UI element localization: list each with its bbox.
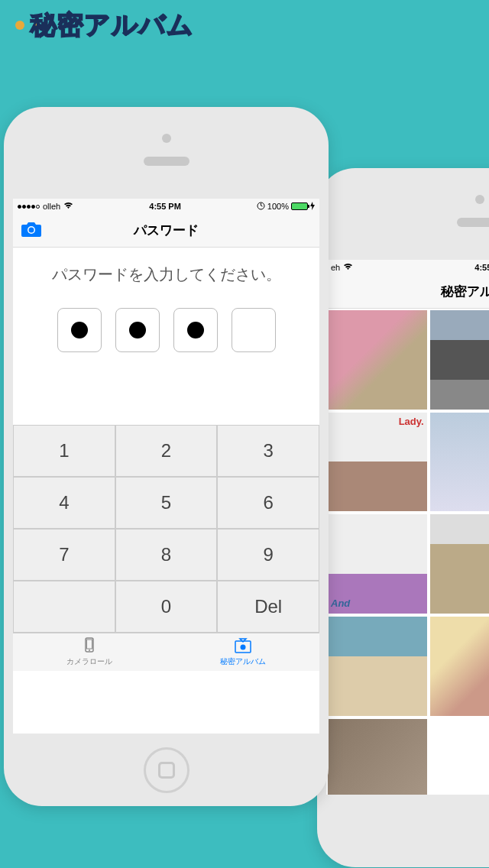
bullet-icon (15, 21, 24, 30)
phone-mockup-1: olleh 4:55 PM 100% パスワード (4, 107, 329, 806)
nav-bar: 秘密アルバム (326, 275, 489, 309)
status-bar: olleh 4:55 PM 100% (13, 199, 319, 214)
battery-icon (291, 202, 308, 210)
status-left: eh (331, 263, 353, 272)
password-digit-2 (115, 308, 160, 352)
photo-thumb[interactable] (430, 514, 489, 614)
phone-mockup-2: eh 4:55 PM 秘密アルバム Lady. And (317, 168, 489, 867)
key-blank (13, 581, 115, 633)
status-left: olleh (18, 202, 73, 211)
status-time: 4:55 PM (474, 263, 489, 272)
camera-button[interactable] (21, 221, 42, 241)
phone-speaker-icon (457, 218, 490, 227)
key-2[interactable]: 2 (115, 425, 218, 477)
key-9[interactable]: 9 (217, 529, 319, 581)
tab-label: 秘密アルバム (220, 656, 266, 667)
photo-thumb[interactable] (328, 719, 427, 795)
key-7[interactable]: 7 (13, 529, 115, 581)
nav-bar: パスワード (13, 214, 319, 248)
photo-thumb[interactable] (328, 310, 427, 410)
tab-cameraroll[interactable]: カメラロール (13, 633, 167, 671)
password-boxes (13, 308, 319, 383)
password-digit-3 (173, 308, 218, 352)
page-header: 秘密アルバム (15, 8, 194, 43)
phone-icon (79, 637, 99, 656)
phone-bottom (317, 795, 489, 867)
svg-rect-4 (87, 640, 92, 649)
key-3[interactable]: 3 (217, 425, 319, 477)
photo-thumb[interactable] (430, 310, 489, 410)
password-digit-4 (232, 308, 276, 352)
wifi-icon (63, 202, 73, 211)
thumb-label: Lady. (399, 416, 424, 427)
key-4[interactable]: 4 (13, 477, 115, 529)
status-time: 4:55 PM (149, 202, 181, 211)
tab-secret-album[interactable]: 秘密アルバム (167, 633, 320, 671)
svg-point-5 (89, 649, 90, 651)
photo-thumb[interactable]: Lady. (328, 413, 427, 512)
status-bar: eh 4:55 PM (326, 260, 489, 275)
photo-grid: Lady. And (326, 309, 489, 795)
photo-thumb[interactable] (328, 617, 427, 716)
password-digit-1 (57, 308, 102, 352)
phone-camera-icon (475, 195, 484, 204)
key-8[interactable]: 8 (115, 529, 218, 581)
phone-screen: eh 4:55 PM 秘密アルバム Lady. And (326, 260, 489, 795)
key-del[interactable]: Del (217, 581, 319, 633)
nav-title: 秘密アルバム (441, 283, 490, 300)
phone-top (4, 107, 329, 199)
signal-icon (18, 205, 40, 209)
nav-title: パスワード (134, 222, 199, 239)
rotation-lock-icon (257, 202, 265, 212)
charging-icon (310, 202, 315, 212)
key-1[interactable]: 1 (13, 425, 115, 477)
home-button[interactable] (144, 747, 189, 793)
phone-screen: olleh 4:55 PM 100% パスワード (13, 199, 319, 734)
carrier-label: olleh (43, 202, 60, 211)
phone-bottom (4, 734, 329, 806)
photo-thumb[interactable] (430, 413, 489, 512)
status-right: 100% (257, 202, 315, 212)
home-icon (158, 762, 175, 779)
carrier-label: eh (331, 263, 340, 272)
phone-speaker-icon (144, 157, 189, 166)
album-icon (233, 637, 253, 656)
key-0[interactable]: 0 (115, 581, 218, 633)
phone-top (317, 168, 489, 260)
photo-thumb[interactable] (430, 617, 489, 716)
svg-point-2 (29, 227, 34, 232)
svg-point-7 (240, 645, 245, 650)
photo-thumb[interactable]: And (328, 514, 427, 614)
keypad: 1 2 3 4 5 6 7 8 9 0 Del (13, 425, 319, 633)
tab-bar: カメラロール 秘密アルバム (13, 633, 319, 671)
battery-pct: 100% (267, 202, 289, 211)
thumb-label: And (331, 598, 350, 609)
key-6[interactable]: 6 (217, 477, 319, 529)
key-5[interactable]: 5 (115, 477, 218, 529)
wifi-icon (343, 263, 353, 272)
password-prompt: パスワードを入力してください。 (13, 248, 319, 308)
phone-camera-icon (162, 134, 171, 143)
tab-label: カメラロール (66, 656, 112, 667)
page-title: 秘密アルバム (31, 8, 194, 43)
